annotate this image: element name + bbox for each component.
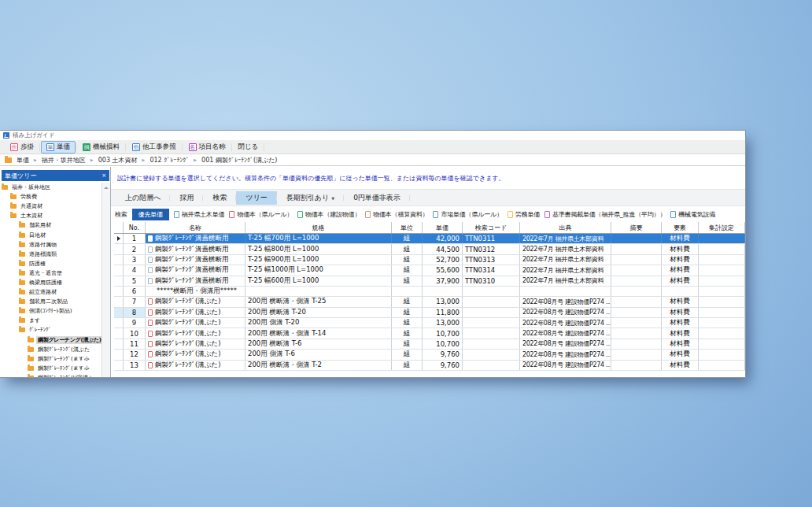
source-tab[interactable]: 福井県土木単価 — [174, 210, 225, 219]
action-button[interactable]: ツリー — [236, 191, 276, 205]
sidebar: 単価ツリー × 福井・坂井地区 労務費 — [0, 167, 111, 377]
column-header[interactable]: 規格 — [245, 222, 392, 233]
tree-item[interactable]: 遮光・遮音壁 — [0, 268, 102, 278]
tree-item[interactable]: 橋梁用防護柵 — [0, 278, 102, 287]
cell-element: 材料費 — [662, 339, 699, 349]
column-header[interactable]: 検索コード — [463, 222, 520, 233]
tree-close-icon[interactable]: × — [102, 172, 106, 179]
cell-no: 11 — [124, 339, 146, 349]
source-tab[interactable]: 優先単価 — [132, 209, 169, 220]
document-icon — [148, 320, 153, 326]
tree-item-label: ｸﾞﾚｰﾁﾝｸﾞ — [28, 326, 53, 334]
cell-no: 2 — [124, 244, 146, 254]
table-row[interactable]: 2鋼製ｸﾞﾚｰﾁﾝｸﾞ溝蓋横断用T-25 幅800用 L=1000組44,500… — [114, 244, 745, 254]
cell-unit — [392, 287, 423, 296]
source-tab[interactable]: 物価本（建設物価） — [297, 210, 360, 219]
cell-agg — [699, 234, 745, 243]
table-row[interactable]: 12鋼製ｸﾞﾚｰﾁﾝｸﾞ(溝ぶた)200用 側溝 T-6組9,7602022年0… — [114, 350, 745, 360]
tree-item[interactable]: 鋼製ｸﾞﾚｰﾁﾝｸﾞ(ますふ — [0, 354, 102, 364]
tree-item[interactable]: 目地材 — [0, 230, 102, 239]
breadcrumb-item[interactable]: 001 鋼製ｸﾞﾚｰﾁﾝｸﾞ(溝ぶた) — [201, 156, 277, 165]
breadcrumb-item[interactable]: 福井・坂井地区 — [42, 156, 86, 165]
tree-item[interactable]: ｸﾞﾚｰﾁﾝｸﾞ — [0, 325, 102, 335]
column-header[interactable]: 名称 — [146, 222, 245, 233]
folder-icon — [10, 194, 17, 199]
action-button[interactable]: 検索 — [203, 191, 236, 205]
action-button[interactable]: 0円単価非表示 — [344, 191, 410, 205]
folder-icon — [28, 357, 34, 361]
table-row[interactable]: 10鋼製ｸﾞﾚｰﾁﾝｸﾞ(溝ぶた)200用 横断溝・側溝 T-14組10,700… — [114, 328, 745, 339]
tree-item[interactable]: 土木資材 — [0, 211, 102, 220]
source-tab[interactable]: 機械電気設備 — [670, 210, 715, 219]
column-header[interactable]: No. — [124, 222, 146, 233]
tree-item[interactable]: 道路付属物 — [0, 240, 102, 250]
tree-item[interactable]: 舗装用二次製品 — [0, 297, 102, 306]
tree-item[interactable]: 共通資材 — [0, 202, 102, 211]
column-header[interactable]: 要素 — [662, 222, 699, 233]
table-row[interactable]: 3鋼製ｸﾞﾚｰﾁﾝｸﾞ溝蓋横断用T-25 幅900用 L=1000組52,700… — [114, 255, 745, 265]
toolbar-button[interactable]: 他 他工事参照 — [127, 141, 182, 154]
cell-no: 10 — [124, 328, 146, 338]
tree-item[interactable]: 鋼製ｸﾞﾚｰﾁﾝｸﾞ(ますふ — [0, 364, 102, 373]
page-icon — [297, 211, 303, 218]
column-header[interactable]: 集計設定 — [699, 222, 745, 233]
table-row[interactable]: 7鋼製ｸﾞﾚｰﾁﾝｸﾞ(溝ぶた)200用 横断溝・側溝 T-25組13,0002… — [114, 297, 745, 307]
table-row[interactable]: 8鋼製ｸﾞﾚｰﾁﾝｸﾞ(溝ぶた)200用 横断溝 T-20組11,8002022… — [114, 308, 745, 318]
cell-price: 52,700 — [423, 255, 463, 265]
source-tab[interactable]: 労務単価 — [507, 210, 540, 219]
table-row[interactable]: 1鋼製ｸﾞﾚｰﾁﾝｸﾞ溝蓋横断用T-25 幅700用 L=1000組42,000… — [114, 234, 745, 244]
tree-item-label: 道路標識類 — [28, 250, 58, 258]
toolbar-button[interactable]: 歩 歩掛 — [5, 141, 39, 154]
source-tab[interactable]: 物価本（県ルール） — [229, 210, 293, 219]
tree-scrollbar[interactable] — [102, 183, 110, 377]
column-header[interactable] — [114, 222, 124, 233]
table-row[interactable]: 4鋼製ｸﾞﾚｰﾁﾝｸﾞ溝蓋横断用T-25 幅1000用 L=1000組55,60… — [114, 265, 745, 276]
page-icon — [229, 211, 234, 218]
document-icon — [148, 309, 153, 316]
source-tab[interactable]: 物価本（積算資料） — [365, 210, 428, 219]
toolbar-button[interactable]: 名 項目名称 — [183, 141, 231, 154]
cell-source: 2022年08月号 建設物価P274 … — [520, 308, 611, 317]
breadcrumb-item[interactable]: 単価 — [17, 156, 29, 165]
current-row-arrow-icon — [117, 236, 120, 241]
tree-item[interactable]: 防護柵 — [0, 259, 102, 268]
toolbar-button[interactable]: 閉じる — [233, 141, 264, 154]
tree-item[interactable]: 鋼製グレーチング(溝ぶた) — [0, 335, 102, 345]
source-tab[interactable]: 基準書掲載単価（福井県_推進（平均）） — [544, 210, 666, 219]
folder-icon — [19, 280, 25, 285]
cell-no: 4 — [124, 265, 146, 275]
table-row[interactable]: 9鋼製ｸﾞﾚｰﾁﾝｸﾞ(溝ぶた)200用 側溝 T-20組13,0002022年… — [114, 318, 745, 328]
tree-item[interactable]: 労務費 — [0, 192, 102, 202]
table-row[interactable]: 6*****横断用・側溝用***** — [114, 287, 745, 297]
table-row[interactable]: 5鋼製ｸﾞﾚｰﾁﾝｸﾞ溝蓋横断用T-25 幅600用 L=1000組37,900… — [114, 276, 745, 287]
table-row[interactable]: 11鋼製ｸﾞﾚｰﾁﾝｸﾞ(溝ぶた)200用 横断溝 T-6組10,7002022… — [114, 339, 745, 350]
tree-item[interactable]: 組立道路材 — [0, 287, 102, 297]
table-row[interactable]: 13鋼製ｸﾞﾚｰﾁﾝｸﾞ(溝ぶた)200用 横断溝・側溝 T-2組9,76020… — [114, 361, 745, 371]
cell-element: 材料費 — [662, 276, 699, 286]
tree-item[interactable]: 鋼製ｸﾞﾚｰﾁﾝｸﾞ(U字溝ふ — [0, 373, 102, 377]
breadcrumb-item[interactable]: 012 ｸﾞﾚｰﾁﾝｸﾞ — [149, 157, 189, 164]
toolbar-button[interactable]: 損 機械損料 — [77, 141, 125, 154]
column-header[interactable]: 単位 — [392, 222, 423, 233]
cell-note — [611, 255, 662, 265]
column-header[interactable]: 出典 — [520, 222, 611, 233]
action-button[interactable]: 長期割引あり▼ — [277, 191, 344, 205]
source-tab[interactable]: 検索 — [115, 210, 127, 219]
tree-item[interactable]: 側溝(ｺﾝｸﾘｰﾄ製品) — [0, 306, 102, 316]
tree-item[interactable]: 福井・坂井地区 — [0, 183, 102, 192]
folder-icon — [19, 299, 25, 304]
action-button[interactable]: 上の階層へ — [116, 191, 170, 205]
column-header[interactable]: 摘要 — [611, 222, 662, 233]
source-tab[interactable]: 市場単価（県ルール） — [433, 210, 502, 219]
tree-item[interactable]: 道路標識類 — [0, 250, 102, 259]
column-header[interactable]: 単価 — [423, 222, 463, 233]
toolbar-button[interactable]: 単 単価 — [41, 141, 76, 154]
scroll-up-icon[interactable] — [104, 187, 109, 189]
breadcrumb-item[interactable]: 003 土木資材 — [98, 156, 138, 165]
tree-item[interactable]: 舗装用材 — [0, 220, 102, 230]
document-icon — [148, 246, 153, 253]
tree-item[interactable]: ます — [0, 316, 102, 325]
action-button[interactable]: 採用 — [170, 191, 203, 205]
cell-unit: 組 — [392, 265, 423, 275]
tree-item[interactable]: 鋼製ｸﾞﾚｰﾁﾝｸﾞ(溝ぶた — [0, 345, 102, 354]
